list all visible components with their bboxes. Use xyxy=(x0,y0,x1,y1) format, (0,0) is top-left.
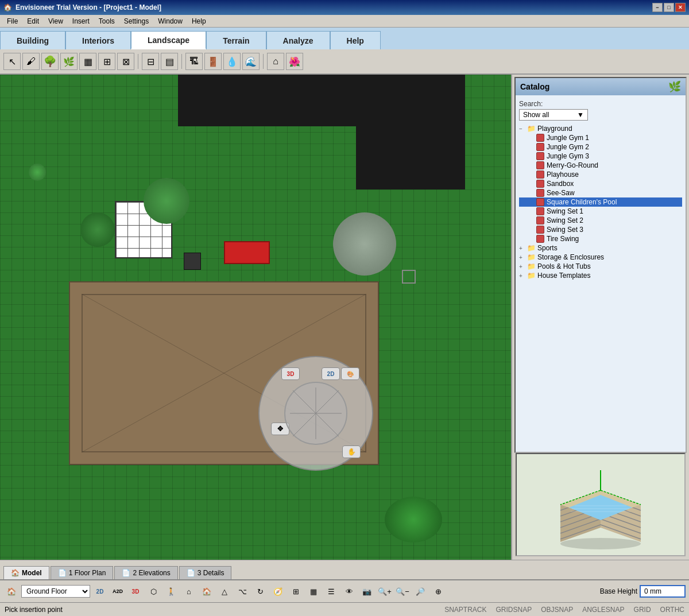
path-tool[interactable]: ⊟ xyxy=(142,53,159,70)
tree-folder-storage[interactable]: + 📁 Storage & Enclosures xyxy=(519,253,682,262)
layers-btn[interactable]: ☰ xyxy=(323,583,339,599)
filter-btn[interactable]: ⌥ xyxy=(234,583,250,599)
gazebo-tool[interactable]: ⌂ xyxy=(267,53,284,70)
orthc-label: ORTHC xyxy=(660,606,684,614)
tab-building[interactable]: Building xyxy=(0,31,65,49)
menu-window[interactable]: Window xyxy=(153,16,187,26)
garden-tool[interactable]: 🌺 xyxy=(286,53,303,70)
tree-folder-sports[interactable]: + 📁 Sports xyxy=(519,243,682,253)
tree-item-jungle-gym-1[interactable]: Jungle Gym 1 xyxy=(519,133,682,142)
floor-plan-icon: 📄 xyxy=(58,569,67,577)
close-button[interactable]: ✕ xyxy=(675,3,686,12)
folder-icon-playground: 📁 xyxy=(527,125,536,133)
view-3d-button[interactable]: 3D xyxy=(281,367,300,380)
model-icon: 🏠 xyxy=(11,569,20,577)
floor-select[interactable]: Ground Floor 1st Floor xyxy=(21,585,90,598)
maximize-button[interactable]: □ xyxy=(664,3,674,12)
tree-folder-templates[interactable]: + 📁 House Templates xyxy=(519,271,682,280)
house-btn2[interactable]: 🏠 xyxy=(199,583,215,599)
menu-file[interactable]: File xyxy=(2,16,22,26)
select-tool[interactable]: ↖ xyxy=(3,53,21,70)
magnify-btn[interactable]: 🔎 xyxy=(412,583,428,599)
search-row: Show all ▼ xyxy=(519,109,682,124)
view-a2d-tool[interactable]: A2D xyxy=(110,583,126,599)
zoom-in-btn[interactable]: 🔍+ xyxy=(377,583,393,599)
btab-model[interactable]: 🏠 Model xyxy=(3,566,49,579)
orbit-btn[interactable]: ↻ xyxy=(252,583,268,599)
base-height-input[interactable] xyxy=(640,585,686,598)
tree-item-playhouse[interactable]: Playhouse xyxy=(519,170,682,179)
fence-btn2[interactable]: ⊞ xyxy=(288,583,304,599)
btab-model-label: Model xyxy=(22,569,42,577)
house-btn[interactable]: ⌂ xyxy=(181,583,197,599)
structure-tool[interactable]: 🏗 xyxy=(185,53,203,70)
tree-tool[interactable]: 🌳 xyxy=(41,53,59,70)
menu-edit[interactable]: Edit xyxy=(22,16,44,26)
tab-terrain[interactable]: Terrain xyxy=(206,31,266,49)
catalog-title: Catalog xyxy=(520,82,549,91)
walk-btn[interactable]: 🚶 xyxy=(163,583,179,599)
tree-item-swing-set-1[interactable]: Swing Set 1 xyxy=(519,207,682,216)
navigate-btn[interactable]: 🧭 xyxy=(270,583,286,599)
water-tool2[interactable]: 🌊 xyxy=(242,53,260,70)
paint-tool[interactable]: 🖌 xyxy=(22,53,40,70)
btab-details[interactable]: 📄 3 Details xyxy=(179,566,232,579)
right-panel: Catalog 🌿 Search: Show all ▼ − 📁 xyxy=(511,75,689,560)
view-3d-btn2[interactable]: ⬡ xyxy=(145,583,161,599)
wall-btn[interactable]: ▦ xyxy=(305,583,322,599)
menu-help[interactable]: Help xyxy=(187,16,211,26)
statusbar: Pick insertion point SNAPTRACK GRIDSNAP … xyxy=(0,602,689,616)
zoom-out-btn[interactable]: 🔍− xyxy=(394,583,411,599)
water-tool[interactable]: 💧 xyxy=(223,53,241,70)
view-2d-tool[interactable]: 2D xyxy=(92,583,108,599)
camera-btn[interactable]: 📷 xyxy=(359,583,375,599)
tree-1 xyxy=(144,178,189,224)
view-2d-button[interactable]: 2D xyxy=(322,367,340,380)
path-tool2[interactable]: ▤ xyxy=(161,53,178,70)
menu-settings[interactable]: Settings xyxy=(119,16,153,26)
tree-item-tire-swing[interactable]: Tire Swing xyxy=(519,234,682,243)
zoom-all-btn[interactable]: ⊕ xyxy=(430,583,446,599)
folder-label-sports: Sports xyxy=(537,244,558,252)
minimize-button[interactable]: − xyxy=(652,3,663,12)
menu-tools[interactable]: Tools xyxy=(94,16,119,26)
context-ring: 3D 2D 🎨 ✋ ✥ xyxy=(258,356,373,471)
tree-folder-playground[interactable]: − 📁 Playground xyxy=(519,124,682,133)
tab-help[interactable]: Help xyxy=(330,31,381,49)
tab-landscape[interactable]: Landscape xyxy=(131,31,206,49)
folder-icon-sports: 📁 xyxy=(527,244,536,252)
tree-item-merry-go-round[interactable]: Merry-Go-Round xyxy=(519,161,682,170)
pan-button[interactable]: ✋ xyxy=(342,445,361,458)
gate-tool[interactable]: 🚪 xyxy=(204,53,222,70)
tree-folder-pools[interactable]: + 📁 Pools & Hot Tubs xyxy=(519,262,682,271)
tree-item-jungle-gym-3[interactable]: Jungle Gym 3 xyxy=(519,152,682,161)
tree-item-see-saw[interactable]: See-Saw xyxy=(519,188,682,197)
model-view-btn[interactable]: 🏠 xyxy=(3,583,20,599)
texture-button[interactable]: 🎨 xyxy=(341,367,359,380)
btab-elevations[interactable]: 📄 2 Elevations xyxy=(114,566,177,579)
canvas[interactable]: 3D 2D 🎨 ✋ ✥ xyxy=(0,75,511,560)
btab-details-label: 3 Details xyxy=(198,569,224,577)
fence-tool2[interactable]: ⊠ xyxy=(117,53,134,70)
tab-analyze[interactable]: Analyze xyxy=(266,31,330,49)
fence-tool[interactable]: ⊞ xyxy=(98,53,115,70)
app-icon: 🏠 xyxy=(3,3,12,11)
eye-btn[interactable]: 👁 xyxy=(341,583,357,599)
tree-item-jungle-gym-2[interactable]: Jungle Gym 2 xyxy=(519,142,682,152)
view-3d-tool[interactable]: 3D xyxy=(127,583,144,599)
tree-item-swing-set-3[interactable]: Swing Set 3 xyxy=(519,225,682,234)
btab-floor-plan[interactable]: 📄 1 Floor Plan xyxy=(51,566,114,579)
tree-item-swing-set-2[interactable]: Swing Set 2 xyxy=(519,216,682,225)
hedge-tool[interactable]: ▦ xyxy=(79,53,96,70)
catalog-dropdown[interactable]: Show all ▼ xyxy=(519,109,588,121)
folder-label-storage: Storage & Enclosures xyxy=(537,253,604,261)
expand-icon-sports: + xyxy=(519,245,527,251)
pyramid-btn[interactable]: △ xyxy=(216,583,233,599)
menu-view[interactable]: View xyxy=(44,16,68,26)
tree-item-square-pool[interactable]: Square Children's Pool xyxy=(519,197,682,207)
bush-tool[interactable]: 🌿 xyxy=(60,53,78,70)
tree-item-sandbox[interactable]: Sandbox xyxy=(519,179,682,188)
catalog-tree: − 📁 Playground Jungle Gym 1 Jungle Gym 2 xyxy=(519,124,682,280)
tab-interiors[interactable]: Interiors xyxy=(65,31,131,49)
menu-insert[interactable]: Insert xyxy=(68,16,94,26)
